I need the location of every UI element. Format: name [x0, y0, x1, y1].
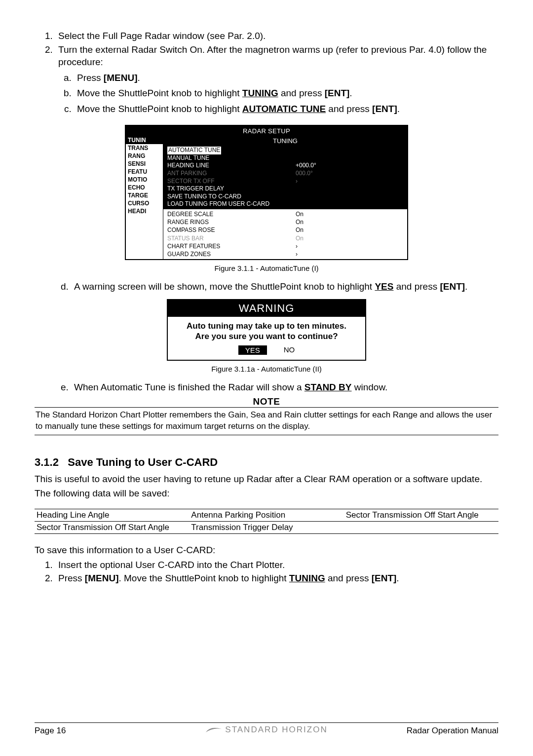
table-cell: Transmission Trigger Delay — [189, 522, 343, 533]
side-tab: HEADI — [126, 207, 163, 215]
figure-radar-setup: RADAR SETUP TUNIN TRANS RANG SENSI FEATU… — [35, 125, 498, 260]
table-cell — [344, 522, 498, 533]
main-steps-list: Select the Full Page Radar window (see P… — [35, 30, 498, 116]
manual-page: Select the Full Page Radar window (see P… — [0, 0, 533, 756]
radar-subtitle: TUNING — [163, 136, 407, 146]
save-steps-list: Insert the optional User C-CARD into the… — [35, 559, 498, 585]
figure-caption-1: Figure 3.1.1 - AutomaticTune (I) — [35, 264, 498, 272]
menu-item: MANUAL TUNE — [167, 154, 296, 162]
note-block: The Standard Horizon Chart Plotter remem… — [35, 407, 498, 435]
side-tab: TRANS — [126, 144, 163, 152]
save-step-1: Insert the optional User C-CARD into the… — [55, 559, 498, 571]
sub-steps-continued-2: When Automatic Tune is finished the Rada… — [35, 380, 498, 394]
side-tab: RANG — [126, 152, 163, 160]
footer-doc-title: Radar Operation Manual — [344, 726, 498, 736]
list-item: COMPASS ROSE — [167, 226, 296, 234]
menu-item: LOAD TUNING FROM USER C-CARD — [167, 200, 296, 208]
menu-item: HEADING LINE — [167, 162, 296, 170]
side-tab: ECHO — [126, 184, 163, 191]
save-step-2: Press [MENU]. Move the ShuttlePoint knob… — [55, 572, 498, 585]
menu-item-auto-tune: AUTOMATIC TUNE — [167, 147, 221, 154]
section-paragraph-2: The following data will be saved: — [35, 487, 498, 500]
list-item: DEGREE SCALE — [167, 210, 296, 218]
radar-side-tabs: TUNIN TRANS RANG SENSI FEATU MOTIO ECHO … — [126, 136, 163, 259]
save-intro: To save this information to a User C-CAR… — [35, 544, 498, 557]
menu-item: SECTOR TX OFF — [167, 178, 296, 186]
radar-title: RADAR SETUP — [126, 126, 407, 136]
side-tab: FEATU — [126, 168, 163, 176]
step-2: Turn the external Radar Switch On. After… — [55, 43, 498, 116]
page-footer: Page 16 STANDARD HORIZON Radar Operation… — [35, 722, 498, 736]
warning-title: WARNING — [168, 300, 365, 317]
menu-item: SAVE TUNING TO C-CARD — [167, 193, 296, 201]
figure-warning: WARNING Auto tuning may take up to ten m… — [35, 299, 498, 361]
sub-steps-continued: A warning screen will be shown, move the… — [35, 279, 498, 294]
saved-data-table: Heading Line Angle Antenna Parking Posit… — [35, 509, 498, 534]
table-cell: Sector Transmission Off Start Angle — [35, 522, 189, 533]
substep-b: Move the ShuttlePoint knob to highlight … — [74, 86, 498, 100]
radar-setup-screen: RADAR SETUP TUNIN TRANS RANG SENSI FEATU… — [125, 125, 408, 260]
substep-e: When Automatic Tune is finished the Rada… — [71, 380, 498, 394]
section-heading: 3.1.2 Save Tuning to User C-CARD — [35, 456, 498, 469]
list-item: STATUS BAR — [167, 234, 296, 242]
figure-caption-2: Figure 3.1.1a - AutomaticTune (II) — [35, 365, 498, 373]
warning-line-2: Are you sure you want to continue? — [171, 331, 362, 341]
substep-c: Move the ShuttlePoint knob to highlight … — [74, 102, 498, 116]
warning-yes-button[interactable]: YES — [238, 345, 267, 355]
sub-steps-list: Press [MENU]. Move the ShuttlePoint knob… — [58, 71, 498, 116]
table-row: Sector Transmission Off Start Angle Tran… — [35, 522, 498, 533]
substep-d: A warning screen will be shown, move the… — [71, 279, 498, 294]
table-cell: Sector Transmission Off Start Angle — [344, 509, 498, 521]
step-1: Select the Full Page Radar window (see P… — [55, 30, 498, 42]
side-tab: SENSI — [126, 160, 163, 168]
warning-no-button[interactable]: NO — [284, 345, 295, 355]
section-paragraph-1: This is useful to avoid the user having … — [35, 473, 498, 486]
table-row: Heading Line Angle Antenna Parking Posit… — [35, 509, 498, 522]
side-tab: MOTIO — [126, 176, 163, 184]
swoosh-icon — [205, 726, 222, 734]
side-tab: TUNIN — [126, 136, 163, 144]
substep-a: Press [MENU]. — [74, 71, 498, 85]
list-item: GUARD ZONES — [167, 250, 296, 258]
menu-item: ANT PARKING — [167, 170, 296, 178]
list-item: RANGE RINGS — [167, 218, 296, 226]
brand-logo: STANDARD HORIZON — [205, 725, 327, 735]
warning-line-1: Auto tuning may take up to ten minutes. — [171, 321, 362, 331]
footer-page-number: Page 16 — [35, 726, 189, 736]
side-tab: TARGE — [126, 191, 163, 199]
tuning-menu: AUTOMATIC TUNE MANUAL TUNE HEADING LINE+… — [163, 146, 407, 209]
overlay-list: DEGREE SCALEOn RANGE RINGSOn COMPASS ROS… — [163, 209, 407, 259]
table-cell: Antenna Parking Position — [189, 509, 343, 521]
list-item: CHART FEATURES — [167, 242, 296, 250]
warning-dialog: WARNING Auto tuning may take up to ten m… — [167, 299, 366, 361]
side-tab: CURSO — [126, 199, 163, 207]
menu-item: TX TRIGGER DELAY — [167, 185, 296, 193]
table-cell: Heading Line Angle — [35, 509, 189, 521]
brand-text: STANDARD HORIZON — [225, 725, 327, 735]
note-heading: NOTE — [35, 396, 498, 407]
